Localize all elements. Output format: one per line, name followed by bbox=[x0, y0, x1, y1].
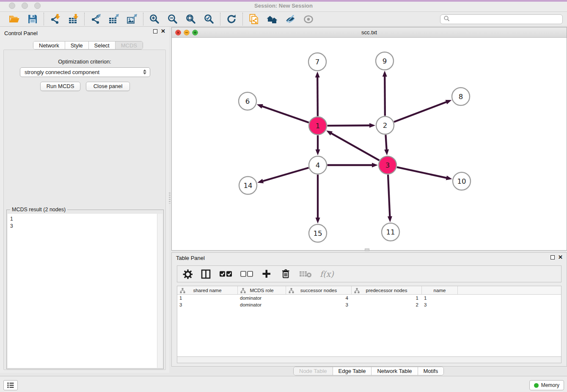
graph-edge-2-3[interactable] bbox=[384, 135, 389, 155]
graph-edge-1-7[interactable] bbox=[315, 72, 320, 116]
graph-node-11[interactable]: 11 bbox=[382, 223, 399, 241]
tab-style[interactable]: Style bbox=[65, 41, 88, 49]
tab-network[interactable]: Network bbox=[33, 41, 65, 49]
select-all-icon[interactable] bbox=[219, 270, 232, 278]
table-horizontal-scrollbar[interactable] bbox=[177, 357, 561, 363]
graph-node-3[interactable]: 3 bbox=[379, 156, 396, 174]
graph-node-6[interactable]: 6 bbox=[239, 92, 256, 110]
svg-text:3: 3 bbox=[385, 161, 390, 169]
close-table-panel-icon[interactable]: ✕ bbox=[558, 255, 563, 259]
save-session-icon[interactable] bbox=[27, 13, 39, 25]
open-session-icon[interactable] bbox=[8, 13, 20, 25]
column-header-successor-nodes[interactable]: successor nodes bbox=[286, 286, 352, 294]
column-sort-icon bbox=[289, 288, 294, 294]
status-bar: Memory bbox=[0, 376, 567, 392]
column-header-shared-name[interactable]: shared name bbox=[177, 286, 238, 294]
graphics-details-icon[interactable] bbox=[284, 13, 296, 25]
horizontal-splitter-handle[interactable] bbox=[365, 248, 369, 251]
refresh-icon[interactable] bbox=[226, 13, 237, 25]
add-column-icon[interactable] bbox=[261, 268, 272, 279]
table-cell[interactable]: 3 bbox=[422, 301, 458, 308]
table-cell[interactable]: 1 bbox=[422, 295, 458, 301]
tab-node-table[interactable]: Node Table bbox=[294, 367, 333, 375]
export-table-icon[interactable] bbox=[108, 13, 120, 25]
column-header-MCDS-role[interactable]: MCDS role bbox=[238, 286, 286, 294]
column-header-name[interactable]: name bbox=[422, 286, 458, 294]
zoom-fit-icon[interactable] bbox=[185, 13, 197, 25]
graph-node-10[interactable]: 10 bbox=[453, 172, 471, 190]
table-cell[interactable]: 4 bbox=[286, 295, 352, 301]
import-network-icon[interactable] bbox=[49, 13, 61, 25]
search-input[interactable] bbox=[452, 16, 562, 22]
table-cell[interactable]: 3 bbox=[286, 301, 352, 308]
tab-motifs[interactable]: Motifs bbox=[418, 367, 444, 375]
network-canvas[interactable]: 7968124314101511 bbox=[172, 38, 567, 250]
network-file-icon[interactable] bbox=[248, 13, 260, 25]
search-field[interactable] bbox=[440, 14, 563, 24]
export-network-icon[interactable] bbox=[90, 13, 102, 25]
graph-edge-3-1[interactable] bbox=[326, 130, 379, 160]
zoom-in-icon[interactable] bbox=[149, 13, 160, 25]
column-header-predecessor-nodes[interactable]: predecessor nodes bbox=[352, 286, 422, 294]
column-sort-icon bbox=[354, 288, 360, 294]
float-table-panel-icon[interactable] bbox=[550, 255, 555, 259]
graph-node-9[interactable]: 9 bbox=[376, 52, 394, 70]
zoom-selected-icon[interactable] bbox=[203, 13, 215, 25]
mcds-result-textarea[interactable]: 13 bbox=[8, 214, 162, 368]
tab-mcds[interactable]: MCDS bbox=[115, 41, 143, 49]
graph-edge-1-2[interactable] bbox=[327, 123, 375, 128]
graph-node-4[interactable]: 4 bbox=[309, 156, 327, 174]
graph-edge-4-3[interactable] bbox=[328, 163, 378, 168]
table-cell[interactable]: 2 bbox=[352, 301, 422, 308]
tab-select[interactable]: Select bbox=[88, 41, 115, 49]
graph-node-14[interactable]: 14 bbox=[239, 177, 257, 194]
graph-edge-2-9[interactable] bbox=[383, 71, 387, 116]
network-window-titlebar[interactable]: scc.txt bbox=[172, 28, 567, 38]
split-pane-icon[interactable] bbox=[201, 269, 211, 279]
tab-network-table[interactable]: Network Table bbox=[371, 367, 417, 375]
run-mcds-button[interactable]: Run MCDS bbox=[40, 82, 80, 91]
task-history-button[interactable] bbox=[3, 380, 18, 390]
close-panel-icon[interactable]: ✕ bbox=[161, 29, 165, 33]
toolbar-separator bbox=[220, 13, 220, 25]
task-list-icon bbox=[6, 381, 15, 389]
graph-edge-3-11[interactable] bbox=[388, 174, 392, 222]
export-image-icon[interactable] bbox=[126, 13, 138, 25]
graph-edge-1-6[interactable] bbox=[257, 104, 309, 123]
graph-node-1[interactable]: 1 bbox=[309, 117, 327, 135]
tab-edge-table[interactable]: Edge Table bbox=[333, 367, 372, 375]
table-cell[interactable]: 1 bbox=[177, 295, 238, 301]
table-cell[interactable]: dominator bbox=[238, 301, 286, 308]
graph-edge-4-14[interactable] bbox=[257, 168, 308, 183]
gear-icon[interactable] bbox=[182, 269, 193, 279]
node-table-header: shared nameMCDS rolesuccessor nodesprede… bbox=[177, 286, 561, 295]
import-table-icon[interactable] bbox=[67, 13, 79, 25]
table-cell[interactable]: 3 bbox=[177, 301, 238, 308]
graph-node-15[interactable]: 15 bbox=[309, 224, 327, 242]
table-cell[interactable]: dominator bbox=[238, 295, 286, 301]
toolbar-group bbox=[221, 13, 242, 25]
memory-button[interactable]: Memory bbox=[529, 380, 564, 390]
graph-edge-4-15[interactable] bbox=[316, 175, 320, 224]
delete-column-icon[interactable] bbox=[280, 268, 291, 279]
graph-edge-1-4[interactable] bbox=[316, 135, 320, 156]
graph-node-8[interactable]: 8 bbox=[452, 88, 470, 105]
graph-edge-3-10[interactable] bbox=[397, 167, 452, 180]
graph-edge-2-8[interactable] bbox=[394, 100, 451, 122]
criterion-dropdown[interactable]: strongly connected component bbox=[20, 67, 150, 77]
home-icon[interactable] bbox=[266, 13, 278, 25]
close-panel-button[interactable]: Close panel bbox=[86, 82, 130, 91]
zoom-out-icon[interactable] bbox=[167, 13, 179, 25]
birds-eye-icon[interactable] bbox=[303, 13, 314, 25]
mcds-result-group: MCDS result (2 nodes) 13 bbox=[6, 210, 164, 369]
toolbar-separator bbox=[143, 13, 143, 25]
deselect-all-icon[interactable] bbox=[240, 270, 253, 278]
table-cell[interactable]: 1 bbox=[352, 295, 422, 301]
table-panel: Table Panel ✕ f(x) shared nameMCDS roles… bbox=[171, 252, 567, 367]
graph-node-7[interactable]: 7 bbox=[308, 53, 326, 71]
vertical-splitter-handle[interactable] bbox=[169, 193, 171, 204]
memory-label: Memory bbox=[541, 382, 559, 388]
graph-node-2[interactable]: 2 bbox=[376, 116, 394, 134]
result-scrollbar[interactable] bbox=[157, 214, 162, 368]
float-panel-icon[interactable] bbox=[153, 29, 157, 33]
